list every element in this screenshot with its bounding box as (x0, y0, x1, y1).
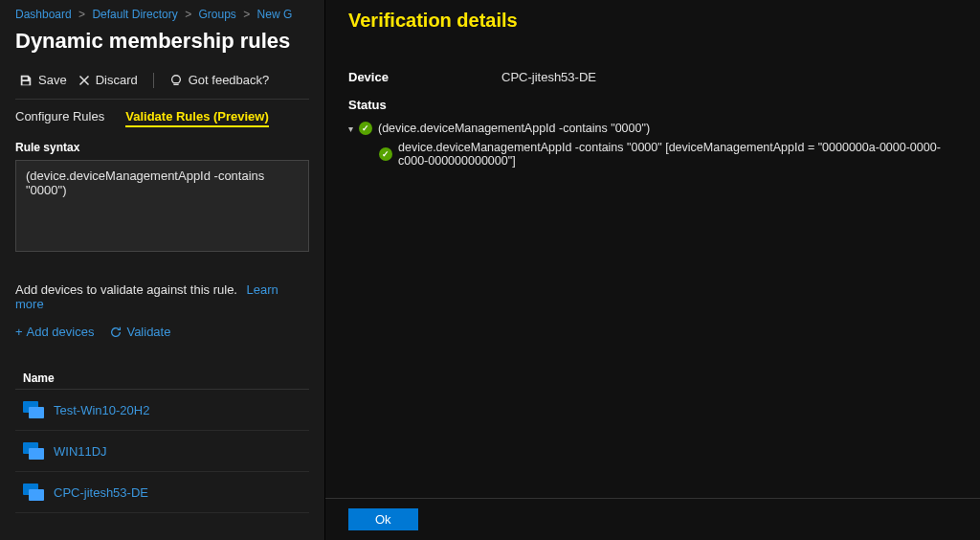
feedback-icon (169, 74, 183, 87)
device-name: WIN11DJ (54, 444, 107, 459)
chevron-right-icon: > (243, 8, 250, 21)
feedback-label: Got feedback? (189, 73, 270, 87)
chevron-down-icon[interactable]: ▾ (348, 124, 353, 134)
save-label: Save (38, 73, 67, 87)
status-label: Status (348, 98, 957, 112)
footer: Ok (325, 498, 980, 540)
chevron-right-icon: > (185, 8, 191, 21)
chevron-right-icon: > (78, 8, 85, 21)
plus-icon: + (15, 325, 23, 339)
rule-detail: device.deviceManagementAppId -contains "… (398, 141, 957, 168)
device-value: CPC-jitesh53-DE (501, 70, 596, 84)
validate-button[interactable]: Validate (109, 325, 170, 339)
success-icon: ✓ (379, 147, 392, 161)
list-item[interactable]: Test-Win10-20H2 (15, 390, 309, 431)
device-icon (23, 442, 44, 460)
tabs: Configure Rules Validate Rules (Preview) (15, 109, 309, 127)
breadcrumb: Dashboard > Default Directory > Groups >… (15, 8, 309, 21)
list-item[interactable]: WIN11DJ (15, 431, 309, 472)
save-icon (19, 74, 33, 87)
breadcrumb-link[interactable]: New G (257, 8, 293, 21)
list-item[interactable]: CPC-jitesh53-DE (15, 472, 309, 513)
feedback-button[interactable]: Got feedback? (166, 71, 274, 89)
add-devices-button[interactable]: + Add devices (15, 325, 94, 339)
refresh-icon (109, 326, 122, 339)
device-icon (23, 484, 44, 501)
device-table-header: Name (15, 362, 309, 390)
breadcrumb-link[interactable]: Dashboard (15, 8, 72, 21)
device-list: Test-Win10-20H2 WIN11DJ CPC-jitesh53-DE (15, 390, 309, 513)
status-tree-child: ✓ device.deviceManagementAppId -contains… (348, 141, 957, 168)
device-name: Test-Win10-20H2 (54, 403, 149, 417)
breadcrumb-link[interactable]: Groups (199, 8, 236, 21)
save-button[interactable]: Save (15, 71, 71, 89)
discard-button[interactable]: Discard (75, 71, 142, 89)
action-row: + Add devices Validate (15, 325, 309, 339)
validate-label: Validate (126, 325, 170, 339)
device-label: Device (348, 70, 501, 84)
device-name: CPC-jitesh53-DE (54, 485, 148, 500)
device-row: Device CPC-jitesh53-DE (348, 70, 957, 84)
toolbar-divider (153, 73, 154, 88)
rule-expression: (device.deviceManagementAppId -contains … (378, 122, 650, 135)
rule-syntax-input[interactable]: (device.deviceManagementAppId -contains … (15, 160, 309, 252)
success-icon: ✓ (359, 122, 372, 135)
device-icon (23, 401, 44, 418)
hint-text: Add devices to validate against this rul… (15, 282, 237, 297)
verification-title: Verification details (348, 10, 957, 32)
tab-configure-rules[interactable]: Configure Rules (15, 109, 104, 127)
breadcrumb-link[interactable]: Default Directory (92, 8, 177, 21)
status-tree-root: ▾ ✓ (device.deviceManagementAppId -conta… (348, 122, 957, 135)
tab-validate-rules[interactable]: Validate Rules (Preview) (125, 109, 269, 127)
page-title: Dynamic membership rules (15, 29, 309, 54)
discard-label: Discard (96, 73, 138, 87)
toolbar: Save Discard Got feedback? (15, 71, 309, 100)
add-devices-label: Add devices (27, 325, 95, 339)
ok-button[interactable]: Ok (348, 508, 418, 530)
validation-hint: Add devices to validate against this rul… (15, 282, 309, 311)
close-icon (78, 75, 90, 86)
rule-syntax-label: Rule syntax (15, 141, 309, 154)
